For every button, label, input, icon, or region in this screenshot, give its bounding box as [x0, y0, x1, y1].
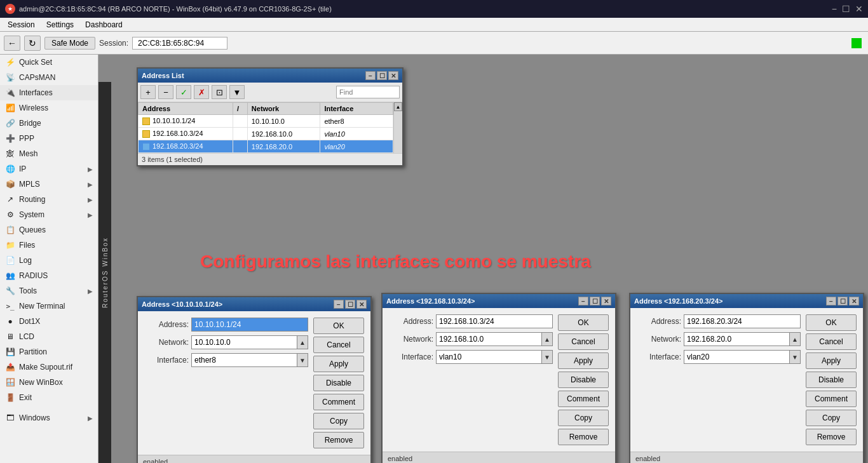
dialog1-copy-btn[interactable]: Copy	[313, 413, 364, 429]
dialog1-title-bar[interactable]: Address <10.10.10.1/24> − ☐ ✕	[138, 297, 370, 311]
sidebar-item-capsman[interactable]: 📡 CAPsMAN	[0, 70, 98, 85]
dialog3-remove-btn[interactable]: Remove	[806, 429, 857, 445]
sidebar-item-ip[interactable]: 🌐 IP ▶	[0, 161, 98, 177]
dialog3-ok-btn[interactable]: OK	[806, 314, 857, 331]
addr-remove-btn[interactable]: −	[158, 85, 173, 99]
table-row[interactable]: 10.10.10.1/24 10.10.10.0 ether8	[139, 115, 393, 128]
dialog2-interface-select[interactable]: vlan10 ether8 vlan20	[436, 350, 541, 364]
sidebar-item-queues[interactable]: 📋 Queues	[0, 222, 98, 238]
dialog2-network-arrow[interactable]: ▲	[541, 332, 553, 346]
sidebar-item-lcd[interactable]: 🖥 LCD	[0, 329, 98, 344]
dialog3-close[interactable]: ✕	[849, 297, 859, 305]
dialog3-copy-btn[interactable]: Copy	[806, 410, 857, 426]
menu-dashboard[interactable]: Dashboard	[80, 19, 128, 30]
dialog3-network-input[interactable]	[684, 332, 789, 346]
dialog3-title-bar[interactable]: Address <192.168.20.3/24> − ☐ ✕	[630, 294, 863, 308]
dialog1-close[interactable]: ✕	[356, 300, 367, 309]
dialog2-close[interactable]: ✕	[601, 297, 611, 305]
dialog1-ok-btn[interactable]: OK	[313, 318, 364, 334]
dialog2-interface-arrow[interactable]: ▼	[541, 350, 553, 364]
col-sort[interactable]: /	[233, 103, 247, 115]
addr-cross-btn[interactable]: ✗	[194, 85, 209, 99]
dialog2-title-bar[interactable]: Address <192.168.10.3/24> − ☐ ✕	[383, 294, 615, 308]
sidebar-item-bridge[interactable]: 🔗 Bridge	[0, 116, 98, 131]
back-btn[interactable]: ←	[4, 36, 20, 51]
sidebar-item-log[interactable]: 📄 Log	[0, 253, 98, 268]
dialog3-cancel-btn[interactable]: Cancel	[806, 333, 857, 350]
addr-filter-btn[interactable]: ▼	[229, 85, 245, 99]
dialog1-network-input[interactable]	[191, 335, 297, 349]
refresh-btn[interactable]: ↻	[24, 36, 41, 51]
sidebar-item-make-supoutrif[interactable]: 📤 Make Supout.rif	[0, 359, 98, 375]
dialog3-minimize[interactable]: −	[826, 297, 836, 305]
dialog1-maximize[interactable]: ☐	[345, 300, 355, 309]
sidebar-item-system[interactable]: ⚙ System ▶	[0, 207, 98, 222]
dialog1-minimize[interactable]: −	[334, 300, 344, 309]
dialog3-apply-btn[interactable]: Apply	[806, 352, 857, 369]
dialog1-disable-btn[interactable]: Disable	[313, 375, 364, 391]
dialog3-address-input[interactable]	[684, 314, 801, 328]
dialog2-disable-btn[interactable]: Disable	[558, 372, 609, 388]
sidebar-item-radius[interactable]: 👥 RADIUS	[0, 268, 98, 283]
address-list-title-bar[interactable]: Address List − ☐ ✕	[138, 69, 402, 83]
addr-list-minimize[interactable]: −	[365, 71, 376, 80]
dialog1-comment-btn[interactable]: Comment	[313, 394, 364, 410]
sidebar-item-tools[interactable]: 🔧 Tools ▶	[0, 283, 98, 299]
sidebar-item-ppp[interactable]: ➕ PPP	[0, 131, 98, 146]
dialog1-network-arrow[interactable]: ▲	[297, 335, 308, 349]
maximize-btn[interactable]: ☐	[842, 4, 850, 14]
close-btn[interactable]: ✕	[855, 4, 863, 14]
dialog3-disable-btn[interactable]: Disable	[806, 372, 857, 388]
sidebar-item-quick-set[interactable]: ⚡ Quick Set	[0, 55, 98, 70]
windows-icon: 🗔	[5, 413, 15, 423]
dialog1-address-input[interactable]	[191, 318, 308, 332]
menu-settings[interactable]: Settings	[41, 19, 79, 30]
dialog2-comment-btn[interactable]: Comment	[558, 391, 609, 407]
safe-mode-button[interactable]: Safe Mode	[44, 37, 95, 50]
dialog3-maximize[interactable]: ☐	[837, 297, 848, 305]
dialog1-cancel-btn[interactable]: Cancel	[313, 337, 364, 353]
dialog2-apply-btn[interactable]: Apply	[558, 352, 609, 369]
address-list-scrollbar[interactable]: ▲	[393, 102, 402, 153]
addr-copy-btn[interactable]: ⊡	[212, 85, 227, 99]
addr-find-input[interactable]	[336, 86, 400, 98]
addr-check-btn[interactable]: ✓	[176, 85, 191, 99]
dialog2-remove-btn[interactable]: Remove	[558, 429, 609, 445]
dialog2-minimize[interactable]: −	[578, 297, 588, 305]
sidebar-item-windows[interactable]: 🗔 Windows ▶	[0, 410, 98, 426]
dialog2-copy-btn[interactable]: Copy	[558, 410, 609, 426]
dialog1-interface-arrow[interactable]: ▼	[297, 353, 308, 367]
dialog2-maximize[interactable]: ☐	[590, 297, 600, 305]
sidebar-item-new-winbox[interactable]: 🪟 New WinBox	[0, 375, 98, 390]
dialog3-comment-btn[interactable]: Comment	[806, 391, 857, 407]
sidebar-item-mpls[interactable]: 📦 MPLS ▶	[0, 177, 98, 192]
table-row-selected[interactable]: 192.168.20.3/24 192.168.20.0 vlan20	[139, 140, 393, 153]
addr-add-btn[interactable]: +	[140, 85, 156, 99]
dialog3-interface-arrow[interactable]: ▼	[789, 350, 801, 364]
addr-list-close[interactable]: ✕	[388, 71, 398, 80]
sidebar-item-interfaces[interactable]: 🔌 Interfaces	[0, 85, 98, 100]
dialog3-interface-select[interactable]: vlan20 ether8 vlan10	[684, 350, 789, 364]
scroll-up-arrow[interactable]: ▲	[394, 102, 402, 111]
dialog2-address-input[interactable]	[436, 314, 553, 328]
table-row[interactable]: 192.168.10.3/24 192.168.10.0 vlan10	[139, 128, 393, 140]
addr-list-maximize[interactable]: ☐	[377, 71, 387, 80]
sidebar-item-mesh[interactable]: 🕸 Mesh	[0, 146, 98, 161]
dialog1-remove-btn[interactable]: Remove	[313, 432, 364, 448]
dialog3-network-arrow[interactable]: ▲	[789, 332, 801, 346]
minimize-btn[interactable]: −	[832, 4, 837, 14]
dialog1-interface-select[interactable]: ether8 vlan10 vlan20	[191, 353, 297, 367]
sidebar-item-routing[interactable]: ↗ Routing ▶	[0, 192, 98, 207]
sidebar-item-files[interactable]: 📁 Files	[0, 238, 98, 253]
dialog2-ok-btn[interactable]: OK	[558, 314, 609, 331]
sidebar-item-wireless[interactable]: 📶 Wireless	[0, 100, 98, 116]
menu-session[interactable]: Session	[3, 19, 40, 30]
sidebar-item-partition[interactable]: 💾 Partition	[0, 344, 98, 359]
address-dialog-3: Address <192.168.20.3/24> − ☐ ✕ Address:…	[629, 293, 864, 463]
sidebar-item-dot1x[interactable]: ● Dot1X	[0, 314, 98, 329]
dialog2-cancel-btn[interactable]: Cancel	[558, 333, 609, 350]
dialog1-apply-btn[interactable]: Apply	[313, 356, 364, 372]
sidebar-item-new-terminal[interactable]: >_ New Terminal	[0, 299, 98, 314]
sidebar-item-exit[interactable]: 🚪 Exit	[0, 390, 98, 405]
dialog2-network-input[interactable]	[436, 332, 541, 346]
